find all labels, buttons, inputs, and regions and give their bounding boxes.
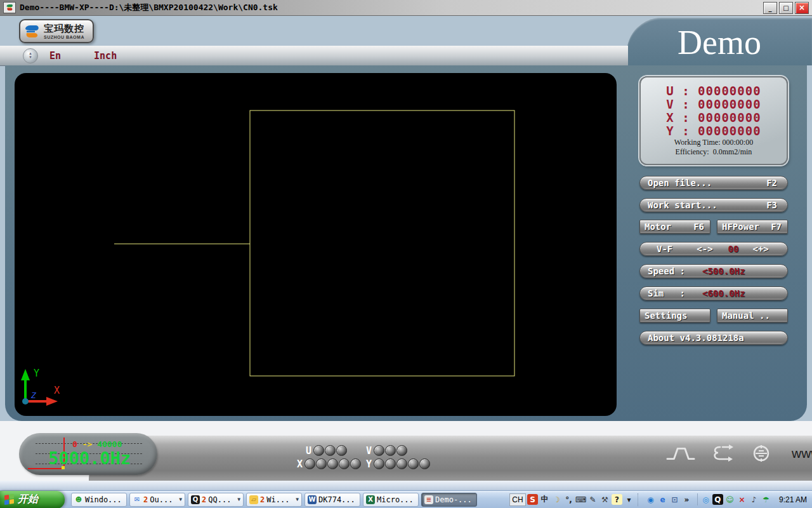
- motor-label: Motor: [645, 222, 671, 232]
- ie-icon[interactable]: e: [657, 494, 668, 505]
- website-link[interactable]: www.bmnc.cn: [792, 446, 812, 461]
- task-group-caret[interactable]: ▼: [296, 497, 299, 502]
- work-start-key: F3: [766, 200, 777, 210]
- manual-button[interactable]: Manual ..: [717, 309, 788, 323]
- help-icon[interactable]: ?: [612, 494, 622, 505]
- task-group-caret[interactable]: ▼: [237, 497, 240, 502]
- brand-name-en: SUZHOU BAOMA: [44, 35, 84, 39]
- axis-triad: YXZ: [21, 368, 60, 406]
- efficiency: Efficiency: 0.0mm2/min: [676, 147, 752, 157]
- media-player-icon[interactable]: ◉: [645, 494, 656, 505]
- width-mode-icon[interactable]: ☽: [551, 494, 562, 505]
- units-toggle[interactable]: Inch: [94, 50, 117, 62]
- baoma-logo-glyph: [6, 4, 13, 11]
- restore-button[interactable]: □: [779, 2, 793, 14]
- more-icon[interactable]: »: [681, 494, 692, 505]
- window-title: Demo----BMW-XP----D:\未整理\BMXP20100422\Wo…: [20, 2, 278, 13]
- taskbar-task-folder[interactable]: ▱2Wi...▼: [246, 493, 302, 507]
- hfpower-label: HFPower: [722, 222, 759, 232]
- language-toggle[interactable]: En: [49, 50, 61, 62]
- gauge-max: 40000: [97, 439, 122, 449]
- maxthon-icon[interactable]: ◎: [700, 494, 711, 505]
- axis-x-label: X: [54, 385, 60, 396]
- wire-path-icon[interactable]: [710, 444, 736, 463]
- bottom-status-zone: UVXY www.bmnc.cn: [0, 421, 812, 490]
- indicator-dot: [350, 458, 361, 469]
- open-file-button[interactable]: Open file... F2: [639, 176, 788, 190]
- show-desktop-icon[interactable]: ⊡: [669, 494, 680, 505]
- volume-icon[interactable]: ♪: [749, 494, 759, 505]
- punctuation-icon[interactable]: °,: [563, 494, 574, 505]
- input-mode-icon[interactable]: 中: [539, 494, 550, 505]
- gauge-value: 5000.0Hz: [48, 448, 131, 468]
- tray-separator: [638, 493, 642, 506]
- hfpower-button[interactable]: HFPower F7: [717, 220, 788, 234]
- taskbar-task-qq[interactable]: Q2QQ...▼: [188, 493, 244, 507]
- axis-y-label: Y: [34, 368, 39, 379]
- clock: 9:21 AM: [779, 495, 807, 504]
- vf-increase-button[interactable]: <+>: [752, 244, 768, 254]
- close-button[interactable]: ×: [795, 2, 809, 14]
- indicator-dot: [313, 445, 324, 456]
- indicator-dot: [325, 445, 336, 456]
- qq-tray-icon[interactable]: Q: [712, 494, 723, 505]
- motor-button[interactable]: Motor F6: [639, 220, 710, 234]
- gauge-baseline: [28, 468, 63, 469]
- indicator-dot: [419, 458, 430, 469]
- taskbar-task-word[interactable]: WDK774...: [304, 493, 360, 507]
- axis-readout-y: Y : 00000000: [666, 124, 761, 138]
- options-bar: ▲▼ En Inch: [0, 46, 628, 66]
- drawing-canvas[interactable]: YXZ: [15, 73, 617, 416]
- indicator-dot: [374, 445, 384, 456]
- taskbar-task-bmnc-app[interactable]: ≡Demo-...: [421, 493, 477, 507]
- language-indicator[interactable]: CH: [509, 493, 526, 506]
- vf-control[interactable]: V-F <-> 00 <+>: [639, 242, 788, 256]
- taskbar-task-excel[interactable]: XMicro...: [363, 493, 419, 507]
- baoma-logo-button[interactable]: 宝玛数控 SUZHOU BAOMA: [19, 19, 94, 43]
- soft-keyboard-icon[interactable]: ⌨: [575, 494, 586, 505]
- sim-label: Sim :: [648, 288, 685, 298]
- about-button[interactable]: About v4.3.081218a: [639, 331, 788, 345]
- handwriting-icon[interactable]: ✎: [587, 494, 598, 505]
- speed-button[interactable]: Speed : <500.0Hz: [639, 264, 788, 278]
- indicator-dot: [304, 458, 315, 469]
- start-label: 开始: [18, 493, 38, 506]
- options-icon[interactable]: ▾: [624, 494, 634, 505]
- task-label: Windo...: [85, 495, 122, 504]
- minimize-button[interactable]: _: [763, 2, 777, 14]
- system-tray: CH S中☽°,⌨✎⚒?▾ ◉e⊡» ◎Q☺×♪☂ 9:21 AM: [509, 493, 812, 506]
- motor-key: F6: [693, 222, 704, 232]
- network-disconnected-icon[interactable]: ×: [737, 494, 747, 505]
- work-start-button[interactable]: Work start... F3: [639, 198, 788, 212]
- taskbar-task-messenger[interactable]: ☻Windo...: [71, 493, 127, 507]
- indicator-dot: [385, 458, 396, 469]
- task-count: 2: [202, 495, 206, 504]
- coordinate-display: U : 00000000V : 00000000X : 00000000Y : …: [639, 76, 788, 165]
- task-count: 2: [260, 495, 265, 504]
- taskbar-task-outlook[interactable]: ✉2Ou...▼: [129, 493, 185, 507]
- task-group-caret[interactable]: ▼: [179, 497, 182, 502]
- taskbar: 开始 ☻Windo...✉2Ou...▼Q2QQ...▼▱2Wi...▼WDK7…: [0, 490, 812, 508]
- wire-spool-icon[interactable]: [751, 443, 771, 464]
- pulse-icon[interactable]: [666, 444, 695, 462]
- sogou-icon[interactable]: S: [527, 494, 538, 505]
- sim-button[interactable]: Sim : <600.0Hz: [639, 286, 788, 300]
- title-bar: Demo----BMW-XP----D:\未整理\BMXP20100422\Wo…: [0, 0, 812, 16]
- indicator-dot: [316, 458, 327, 469]
- bmnc-app-icon: ≡: [424, 495, 433, 504]
- tools-icon[interactable]: ⚒: [599, 494, 610, 505]
- vf-decrease-button[interactable]: <->: [697, 244, 712, 254]
- start-button[interactable]: 开始: [0, 491, 65, 508]
- settings-button[interactable]: Settings: [639, 309, 710, 323]
- word-icon: W: [308, 495, 317, 504]
- task-label: DK774...: [318, 495, 355, 504]
- contact-icon[interactable]: ☺: [724, 494, 735, 505]
- antivirus-icon[interactable]: ☂: [761, 494, 771, 505]
- manual-label: Manual ..: [722, 311, 770, 321]
- spin-knob-icon[interactable]: ▲▼: [23, 48, 38, 64]
- folder-icon: ▱: [249, 495, 258, 504]
- task-label: Micro...: [377, 495, 414, 504]
- status-band: UVXY www.bmnc.cn: [89, 436, 812, 481]
- hfpower-key: F7: [771, 222, 782, 232]
- baoma-logo-icon: [24, 24, 41, 38]
